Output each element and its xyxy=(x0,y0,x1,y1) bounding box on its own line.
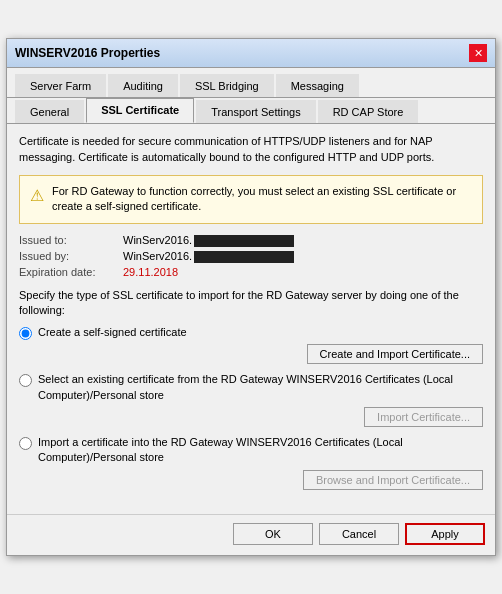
radio-select-existing[interactable] xyxy=(19,374,32,387)
radio-row-1: Create a self-signed certificate xyxy=(19,325,483,340)
window-title: WINSERV2016 Properties xyxy=(15,46,160,60)
warning-text: For RD Gateway to function correctly, yo… xyxy=(52,184,472,215)
tab-auditing[interactable]: Auditing xyxy=(108,74,178,97)
main-content: Certificate is needed for secure communi… xyxy=(7,124,495,507)
tab-ssl-certificate[interactable]: SSL Certificate xyxy=(86,98,194,123)
warning-box: ⚠ For RD Gateway to function correctly, … xyxy=(19,175,483,224)
import-button-row: Import Certificate... xyxy=(19,407,483,427)
tab-general[interactable]: General xyxy=(15,100,84,123)
section-text: Specify the type of SSL certificate to i… xyxy=(19,288,483,319)
tab-transport-settings[interactable]: Transport Settings xyxy=(196,100,315,123)
browse-import-button-row: Browse and Import Certificate... xyxy=(19,470,483,490)
tab-row-1: Server Farm Auditing SSL Bridging Messag… xyxy=(7,68,495,98)
redacted-1 xyxy=(194,235,294,247)
properties-window: WINSERV2016 Properties ✕ Server Farm Aud… xyxy=(6,38,496,555)
cert-info: Issued to: WinServ2016. Issued by: WinSe… xyxy=(19,234,483,278)
info-text: Certificate is needed for secure communi… xyxy=(19,134,483,165)
radio-import-cert[interactable] xyxy=(19,437,32,450)
tab-ssl-bridging[interactable]: SSL Bridging xyxy=(180,74,274,97)
redacted-2 xyxy=(194,251,294,263)
radio-row-2: Select an existing certificate from the … xyxy=(19,372,483,403)
issued-by-value: WinServ2016. xyxy=(123,250,483,263)
footer-buttons: OK Cancel Apply xyxy=(7,514,495,555)
create-import-button-row: Create and Import Certificate... xyxy=(19,344,483,364)
create-import-button[interactable]: Create and Import Certificate... xyxy=(307,344,483,364)
issued-to-label: Issued to: xyxy=(19,234,119,247)
close-button[interactable]: ✕ xyxy=(469,44,487,62)
title-bar: WINSERV2016 Properties ✕ xyxy=(7,39,495,68)
radio-section-1: Create a self-signed certificate Create … xyxy=(19,325,483,364)
issued-to-value: WinServ2016. xyxy=(123,234,483,247)
expiration-value: 29.11.2018 xyxy=(123,266,483,278)
tab-messaging[interactable]: Messaging xyxy=(276,74,359,97)
import-button[interactable]: Import Certificate... xyxy=(364,407,483,427)
radio-select-label[interactable]: Select an existing certificate from the … xyxy=(38,372,483,403)
tab-row-2: General SSL Certificate Transport Settin… xyxy=(7,98,495,124)
radio-import-label[interactable]: Import a certificate into the RD Gateway… xyxy=(38,435,483,466)
browse-import-button[interactable]: Browse and Import Certificate... xyxy=(303,470,483,490)
radio-create-self-signed[interactable] xyxy=(19,327,32,340)
ok-button[interactable]: OK xyxy=(233,523,313,545)
expiration-label: Expiration date: xyxy=(19,266,119,278)
warning-icon: ⚠ xyxy=(30,185,44,207)
tab-server-farm[interactable]: Server Farm xyxy=(15,74,106,97)
radio-section-2: Select an existing certificate from the … xyxy=(19,372,483,427)
cancel-button[interactable]: Cancel xyxy=(319,523,399,545)
issued-by-label: Issued by: xyxy=(19,250,119,263)
apply-button[interactable]: Apply xyxy=(405,523,485,545)
radio-create-label[interactable]: Create a self-signed certificate xyxy=(38,325,187,340)
radio-row-3: Import a certificate into the RD Gateway… xyxy=(19,435,483,466)
radio-section-3: Import a certificate into the RD Gateway… xyxy=(19,435,483,490)
tab-rd-cap-store[interactable]: RD CAP Store xyxy=(318,100,419,123)
